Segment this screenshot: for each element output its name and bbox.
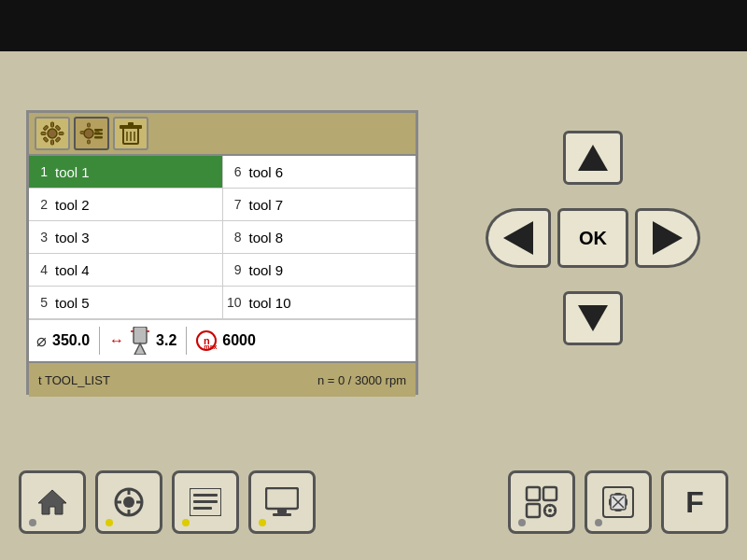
svg-rect-36 — [193, 500, 218, 503]
spindle-led — [106, 519, 113, 526]
nav-left-button[interactable] — [486, 208, 551, 268]
svg-rect-19 — [128, 122, 134, 126]
tool-row-8[interactable]: 8 tool 8 — [223, 221, 416, 254]
tool-num-6: 6 — [223, 164, 246, 179]
diameter-symbol: ⌀ — [36, 330, 47, 351]
tool-name-1: tool 1 — [51, 164, 222, 180]
svg-rect-2 — [51, 140, 54, 145]
svg-rect-43 — [527, 504, 540, 517]
nav-area: OK — [486, 131, 700, 345]
screen-info-bar: ⌀ 350.0 ↔ 3.2 n max 6000 — [29, 319, 416, 361]
tool-col-2: 6 tool 6 7 tool 7 8 tool 8 9 tool 9 10 t… — [223, 156, 416, 319]
tool-row-7[interactable]: 7 tool 7 — [223, 189, 416, 221]
svg-marker-27 — [38, 490, 66, 514]
wrench-button[interactable] — [585, 470, 652, 534]
svg-rect-7 — [43, 137, 49, 143]
status-right: n = 0 / 3000 rpm — [317, 373, 406, 387]
tool-name-4: tool 4 — [51, 262, 222, 278]
nmax-icon: n max — [196, 330, 217, 351]
tool-row-5[interactable]: 5 tool 5 — [29, 287, 222, 319]
puzzle-icon — [525, 485, 558, 519]
tool-col-1: 1 tool 1 2 tool 2 3 tool 3 4 tool 4 5 to… — [29, 156, 223, 319]
svg-rect-3 — [41, 133, 46, 135]
tool-row-6[interactable]: 6 tool 6 — [223, 156, 416, 189]
main-screen: 1 tool 1 2 tool 2 3 tool 3 4 tool 4 5 to… — [26, 110, 418, 395]
svg-rect-38 — [266, 488, 298, 509]
up-arrow-icon — [578, 145, 608, 171]
nav-down-button[interactable] — [563, 291, 623, 345]
tool-row-3[interactable]: 3 tool 3 — [29, 221, 222, 254]
toolholder-icon — [130, 327, 150, 355]
nav-ok-button[interactable]: OK — [557, 208, 628, 268]
svg-point-29 — [123, 497, 134, 508]
f-button[interactable]: F — [661, 470, 728, 534]
tool-name-10: tool 10 — [246, 295, 416, 311]
svg-rect-6 — [55, 137, 61, 143]
monitor-button[interactable] — [248, 470, 316, 534]
tool-num-7: 7 — [223, 197, 246, 212]
svg-rect-10 — [88, 123, 91, 127]
tool-num-9: 9 — [223, 262, 246, 277]
nmax-value: 6000 — [222, 332, 256, 349]
ok-label: OK — [579, 228, 607, 249]
svg-rect-41 — [527, 487, 540, 500]
svg-rect-4 — [59, 133, 63, 135]
diameter-value: 350.0 — [52, 332, 90, 349]
gear-button[interactable] — [35, 117, 70, 150]
tool-row-2[interactable]: 2 tool 2 — [29, 189, 222, 221]
svg-rect-14 — [94, 129, 103, 132]
svg-point-9 — [84, 129, 93, 138]
nav-up-button[interactable] — [563, 131, 623, 185]
top-bar — [0, 0, 747, 51]
tool-num-2: 2 — [29, 197, 51, 212]
left-arrow-icon — [503, 221, 533, 255]
tool-name-7: tool 7 — [246, 197, 416, 213]
svg-point-0 — [48, 129, 57, 138]
tool-row-4[interactable]: 4 tool 4 — [29, 254, 222, 287]
house-icon — [36, 486, 68, 518]
spindle-button[interactable] — [95, 470, 162, 534]
tool-num-4: 4 — [29, 262, 51, 277]
status-left: t TOOL_LIST — [38, 373, 110, 387]
down-arrow-icon — [578, 305, 608, 331]
gear-list-button[interactable] — [74, 117, 109, 150]
list-led — [182, 519, 190, 526]
svg-point-45 — [548, 509, 552, 512]
tool-num-5: 5 — [29, 295, 51, 310]
tool-row-10[interactable]: 10 tool 10 — [223, 287, 416, 319]
svg-rect-12 — [80, 132, 84, 134]
right-arrow-icon — [653, 221, 683, 255]
svg-marker-24 — [134, 343, 146, 355]
info-separator — [99, 327, 100, 355]
tool-name-6: tool 6 — [246, 164, 416, 180]
svg-rect-11 — [88, 140, 91, 144]
svg-rect-37 — [193, 507, 212, 510]
svg-rect-1 — [51, 122, 54, 127]
tool-num-3: 3 — [29, 230, 51, 245]
tool-length-icon: ↔ — [109, 332, 124, 349]
tool-name-3: tool 3 — [51, 230, 222, 245]
monitor-icon — [265, 487, 299, 517]
home-led — [29, 519, 36, 526]
puzzle-button[interactable] — [508, 470, 575, 534]
tool-num-8: 8 — [223, 230, 246, 245]
home-button[interactable] — [19, 470, 86, 534]
f-label: F — [685, 485, 704, 520]
trash-button[interactable] — [113, 117, 148, 150]
tool-name-2: tool 2 — [51, 197, 222, 213]
tool-row-1[interactable]: 1 tool 1 — [29, 156, 222, 189]
wrench-led — [595, 519, 602, 526]
list-button[interactable] — [172, 470, 239, 534]
monitor-led — [259, 519, 266, 526]
info-separator-2 — [186, 327, 187, 355]
tool-name-5: tool 5 — [51, 295, 222, 311]
tool-length-value: 3.2 — [156, 332, 176, 349]
puzzle-led — [518, 519, 526, 526]
tool-name-8: tool 8 — [246, 230, 416, 245]
tool-table: 1 tool 1 2 tool 2 3 tool 3 4 tool 4 5 to… — [29, 156, 416, 319]
tool-row-9[interactable]: 9 tool 9 — [223, 254, 416, 287]
svg-rect-5 — [43, 125, 49, 131]
nav-right-button[interactable] — [635, 208, 700, 268]
list-icon — [190, 488, 221, 516]
svg-rect-40 — [273, 513, 291, 516]
